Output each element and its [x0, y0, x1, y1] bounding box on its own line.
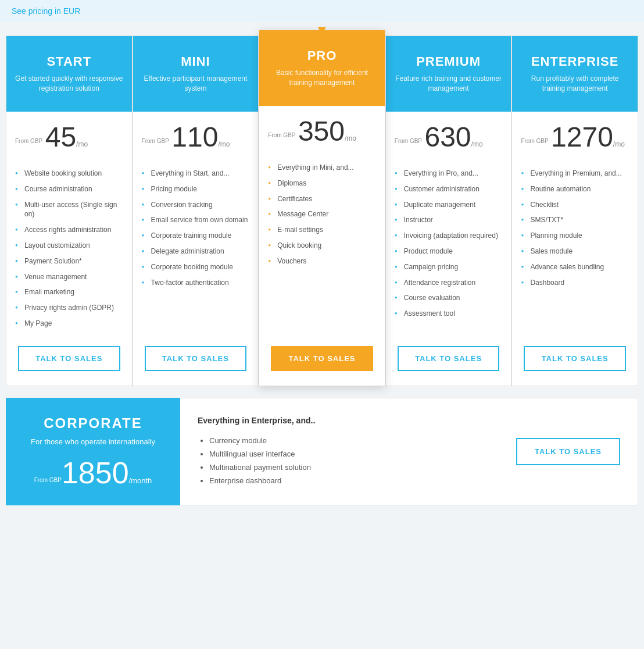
plan-price-enterprise: From GBP 1270/mo — [512, 112, 638, 160]
plan-price-period-enterprise: /mo — [613, 140, 625, 148]
plan-price-period-start: /mo — [76, 140, 88, 148]
talk-to-sales-button-enterprise[interactable]: TALK TO SALES — [524, 346, 626, 371]
list-item: Website booking solution — [15, 166, 123, 181]
list-item: Enterprise dashboard — [209, 474, 499, 487]
list-item: Message Center — [268, 206, 376, 222]
corporate-name: CORPORATE — [44, 415, 142, 432]
plan-footer-mini: TALK TO SALES — [133, 337, 259, 386]
list-item: Email marketing — [15, 284, 123, 300]
corporate-tagline: Everything in Enterprise, and.. — [198, 416, 499, 425]
list-item: Certificates — [268, 191, 376, 207]
see-pricing-link[interactable]: See pricing in EUR — [12, 6, 80, 16]
plan-features-start: Website booking solutionCourse administr… — [6, 160, 132, 337]
plan-card-start: STARTGet started quickly with responsive… — [6, 35, 133, 386]
plan-name-pro: PRO — [307, 48, 337, 63]
corporate-price-amount: 1850 — [62, 458, 129, 488]
plan-header-premium: PREMIUMFeature rich training and custome… — [386, 36, 511, 112]
list-item: SMS/TXT* — [521, 212, 629, 228]
list-item: Dashboard — [521, 275, 629, 291]
list-item: Pricing module — [142, 181, 250, 197]
list-item: Multi-user access (Single sign on) — [15, 197, 123, 223]
list-item: Course administration — [15, 181, 123, 197]
plan-name-mini: MINI — [181, 54, 210, 69]
talk-to-sales-button-mini[interactable]: TALK TO SALES — [145, 346, 247, 371]
plan-price-pro: From GBP 350/mo — [259, 106, 385, 154]
pricing-grid: STARTGet started quickly with responsive… — [0, 35, 644, 386]
plan-price-amount-mini: 110 — [171, 122, 218, 152]
list-item: Two-factor authentication — [142, 275, 250, 291]
corporate-left: CORPORATE For those who operate internat… — [6, 398, 180, 505]
talk-to-sales-button-start[interactable]: TALK TO SALES — [18, 346, 120, 371]
list-item: Venue management — [15, 269, 123, 285]
list-item: Currency module — [209, 434, 499, 447]
corporate-price: From GBP 1850 /month — [34, 458, 152, 488]
list-item: Everything in Premium, and... — [521, 166, 629, 181]
talk-to-sales-button-premium[interactable]: TALK TO SALES — [398, 346, 500, 371]
pro-arrow: ▼ — [0, 22, 644, 38]
plan-name-premium: PREMIUM — [416, 54, 481, 69]
plan-desc-enterprise: Run profitably with complete training ma… — [521, 74, 629, 94]
list-item: Duplicate management — [395, 197, 503, 213]
plan-name-enterprise: ENTERPRISE — [531, 54, 619, 69]
plan-price-amount-enterprise: 1270 — [551, 122, 613, 152]
plan-price-period-premium: /mo — [471, 140, 483, 148]
plan-card-enterprise: ENTERPRISERun profitably with complete t… — [511, 35, 638, 386]
list-item: Course evaluation — [395, 290, 503, 306]
list-item: Planning module — [521, 228, 629, 244]
plan-features-premium: Everything in Pro, and...Customer admini… — [386, 160, 511, 337]
plan-header-enterprise: ENTERPRISERun profitably with complete t… — [512, 36, 638, 112]
plan-price-period-pro: /mo — [345, 134, 356, 142]
list-item: Corporate booking module — [142, 259, 250, 275]
list-item: Advance sales bundling — [521, 259, 629, 275]
plan-price-mini: From GBP 110/mo — [133, 112, 259, 160]
corporate-talk-to-sales-button[interactable]: TALK TO SALES — [516, 438, 620, 465]
list-item: Everything in Pro, and... — [395, 166, 503, 181]
plan-price-amount-pro: 350 — [298, 116, 345, 147]
plan-price-from-enterprise: From GBP — [521, 138, 548, 144]
plan-card-mini: MINIEffective participant management sys… — [133, 35, 259, 386]
corporate-features-list: Currency moduleMultilingual user interfa… — [198, 434, 499, 487]
list-item: Delegate administration — [142, 244, 250, 259]
plan-price-from-start: From GBP — [15, 138, 42, 144]
plan-features-enterprise: Everything in Premium, and...Routine aut… — [512, 160, 638, 337]
list-item: Corporate training module — [142, 228, 250, 244]
plan-desc-start: Get started quickly with responsive regi… — [15, 74, 123, 94]
plan-price-amount-premium: 630 — [424, 122, 471, 152]
list-item: Layout customization — [15, 238, 123, 254]
list-item: Multinational payment solution — [209, 461, 499, 474]
list-item: Payment Solution* — [15, 254, 123, 269]
list-item: Multilingual user interface — [209, 447, 499, 461]
plan-footer-enterprise: TALK TO SALES — [512, 337, 638, 386]
plan-header-pro: PROBasic functionality for efficient tra… — [259, 30, 385, 106]
list-item: Campaign pricing — [395, 259, 503, 275]
corporate-desc: For those who operate internationally — [31, 437, 155, 446]
list-item: E-mail settings — [268, 222, 376, 238]
list-item: Attendance registration — [395, 275, 503, 291]
plan-desc-premium: Feature rich training and customer manag… — [395, 74, 503, 94]
corporate-price-from: From GBP — [34, 477, 62, 483]
talk-to-sales-button-pro[interactable]: TALK TO SALES — [271, 346, 373, 371]
list-item: Routine automation — [521, 181, 629, 197]
corporate-section: CORPORATE For those who operate internat… — [6, 398, 638, 505]
list-item: Diplomas — [268, 176, 376, 191]
plan-header-start: STARTGet started quickly with responsive… — [6, 36, 132, 112]
corporate-right: Everything in Enterprise, and.. Currency… — [180, 398, 638, 505]
list-item: My Page — [15, 316, 123, 331]
list-item: Conversion tracking — [142, 197, 250, 213]
list-item: Invoicing (adaptation required) — [395, 228, 503, 244]
plan-price-from-pro: From GBP — [268, 132, 295, 138]
list-item: Quick booking — [268, 238, 376, 254]
plan-footer-pro: TALK TO SALES — [259, 337, 385, 386]
plan-header-mini: MINIEffective participant management sys… — [133, 36, 259, 112]
list-item: Sales module — [521, 244, 629, 259]
list-item: Assessment tool — [395, 306, 503, 322]
plan-card-premium: PREMIUMFeature rich training and custome… — [385, 35, 512, 386]
list-item: Product module — [395, 244, 503, 259]
list-item: Instructor — [395, 212, 503, 228]
plan-desc-mini: Effective participant management system — [142, 74, 250, 94]
plan-price-from-premium: From GBP — [395, 138, 422, 144]
plan-price-start: From GBP 45/mo — [6, 112, 132, 160]
plan-card-pro: PROBasic functionality for efficient tra… — [259, 30, 385, 386]
plan-features-pro: Everything in Mini, and...DiplomasCertif… — [259, 154, 385, 337]
list-item: Email service from own domain — [142, 212, 250, 228]
